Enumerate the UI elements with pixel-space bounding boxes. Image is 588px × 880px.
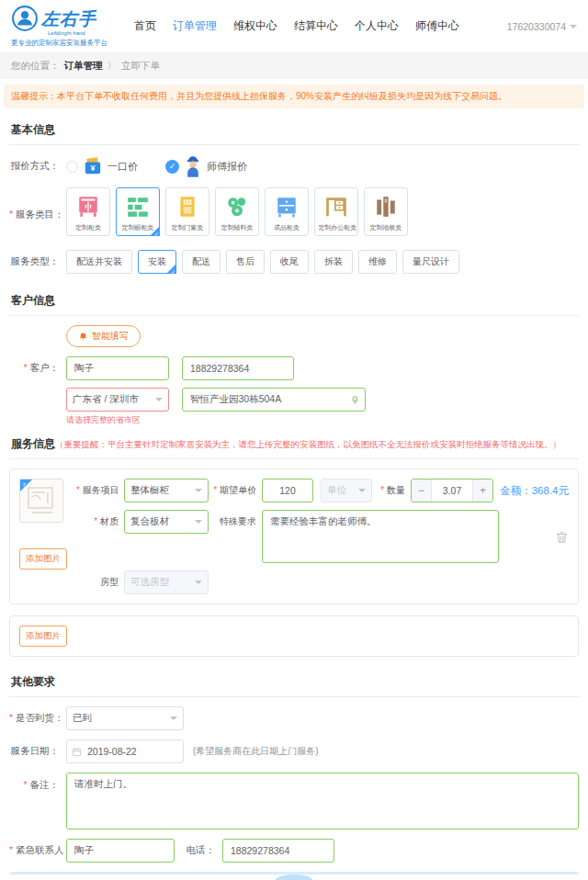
remark-row: 备注： 请准时上门。 — [9, 773, 579, 829]
service-date-hint: (希望服务商在此日期上门服务) — [193, 745, 319, 758]
type-after-sale[interactable]: 售后 — [226, 250, 265, 274]
region-value: 广东省 / 深圳市 — [73, 393, 139, 406]
category-custom-flooring[interactable]: 定制地板类 — [364, 187, 408, 236]
footer-wave-decoration — [276, 874, 312, 880]
service-type-row: 服务类型： 配送并安装 安装✓ 配送 售后 收尾 拆装 维修 量尺设计 — [9, 250, 579, 274]
type-measure-design[interactable]: 量尺设计 — [402, 250, 459, 274]
chevron-down-icon — [155, 398, 163, 401]
special-request-textarea[interactable]: 需要经验丰富的老师傅。 — [262, 510, 499, 563]
amount-label: 金额： — [500, 485, 532, 496]
material-select[interactable]: 复合板材 — [124, 510, 209, 534]
category-custom-cabinet[interactable]: 定制柜类 — [66, 187, 110, 236]
emergency-contact-input[interactable] — [66, 839, 175, 863]
arrived-select[interactable]: 已到 — [66, 706, 184, 730]
service-item-grid: 7 添加图片 服务项目 整体橱柜 期望单价 单位 — [19, 479, 569, 594]
customer-name-input[interactable] — [66, 356, 169, 380]
contact-phone-input[interactable] — [222, 839, 334, 863]
option-fixed-price[interactable]: ¥ 一口价 — [66, 157, 138, 175]
chevron-down-icon — [195, 581, 202, 584]
logo[interactable]: 左右手 Left&right hand 更专业的定制家居安装服务平台 — [11, 5, 121, 48]
price-input[interactable] — [262, 479, 313, 502]
radio-unchecked-icon[interactable] — [66, 161, 78, 173]
category-finished-cabinet[interactable]: 成品柜类 — [265, 187, 309, 236]
nav-rights-center[interactable]: 维权中心 — [233, 18, 277, 34]
quantity-minus-button[interactable]: − — [412, 479, 432, 502]
type-disassembly[interactable]: 拆装 — [314, 250, 353, 274]
category-label: 定制地板类 — [368, 223, 404, 231]
quote-method-label: 报价方式： — [9, 160, 66, 173]
arrived-row: 是否到货： 已到 — [9, 706, 579, 730]
delete-item-button[interactable] — [555, 530, 569, 547]
smart-autofill-button[interactable]: 智能填写 — [66, 325, 141, 347]
category-custom-door-window[interactable]: 定制门窗类 — [165, 187, 209, 236]
nav-home[interactable]: 首页 — [134, 18, 156, 34]
date-input-wrap — [66, 739, 184, 763]
type-install[interactable]: 安装✓ — [138, 250, 176, 274]
add-image-button[interactable]: 添加图片 — [19, 548, 67, 570]
nav-personal-center[interactable]: 个人中心 — [355, 18, 399, 34]
region-hint: 请选择完整的省市区 — [66, 414, 169, 426]
type-install-label: 安装 — [148, 256, 166, 266]
chevron-down-icon — [195, 489, 202, 492]
logo-tagline: 更专业的定制家居安装服务平台 — [11, 39, 121, 48]
chevron-down-icon — [358, 489, 366, 492]
project-value: 整体橱柜 — [130, 484, 169, 497]
drawing-thumbnail[interactable]: 7 — [19, 479, 63, 523]
service-item-row-3: 房型 可选房型 — [76, 570, 569, 594]
nav-settlement-center[interactable]: 结算中心 — [294, 18, 338, 34]
add-image-button-2[interactable]: 添加图片 — [19, 626, 67, 647]
chevron-down-icon — [195, 520, 202, 524]
type-repair[interactable]: 维修 — [358, 250, 397, 274]
quantity-label: 数量 — [372, 479, 411, 502]
selected-check-icon: ✓ — [171, 268, 175, 275]
breadcrumb-order-management[interactable]: 订单管理 — [64, 60, 103, 73]
logo-mascot-icon — [11, 5, 39, 32]
category-custom-accessories[interactable]: 定制辅料类 — [215, 187, 259, 236]
type-delivery[interactable]: 配送 — [182, 250, 220, 274]
nav-master-center[interactable]: 师傅中心 — [415, 18, 459, 34]
main-nav: 首页 订单管理 维权中心 结算中心 个人中心 师傅中心 — [134, 18, 507, 34]
breadcrumb: 您的位置： 订单管理 〉 立即下单 — [0, 53, 588, 79]
worker-icon — [184, 154, 202, 178]
address-input[interactable] — [182, 388, 366, 412]
fixed-price-label: 一口价 — [107, 160, 138, 174]
room-type-label: 房型 — [76, 570, 124, 594]
project-select[interactable]: 整体橱柜 — [124, 479, 209, 502]
calendar-icon — [72, 747, 82, 757]
selected-check-icon: ✓ — [154, 231, 159, 237]
category-label: 定制门窗类 — [170, 223, 206, 231]
arrived-value: 已到 — [73, 712, 92, 725]
service-type-label: 服务类型： — [9, 255, 66, 268]
nav-order-management[interactable]: 订单管理 — [173, 18, 217, 34]
custom-kitchen-cabinet-icon — [119, 193, 157, 220]
service-info-notice: （重要提醒：平台主要针对定制家居安装为主，请您上传完整的安装图纸，以免图纸不全无… — [55, 439, 561, 449]
project-label: 服务项目 — [76, 479, 124, 502]
option-master-quote[interactable]: ✓ 师傅报价 — [165, 154, 247, 178]
unit-select[interactable]: 单位 — [321, 479, 372, 502]
category-custom-kitchen-cabinet[interactable]: 定制橱柜类 ✓ — [116, 187, 160, 236]
customer-label: 客户： — [9, 362, 66, 375]
logo-subtitle: Left&right hand — [48, 30, 121, 36]
quantity-input[interactable] — [432, 479, 472, 502]
emergency-contact-label: 紧急联系人 — [9, 844, 66, 857]
service-item-row-1: 服务项目 整体橱柜 期望单价 单位 数量 − — [76, 479, 569, 502]
service-date-input[interactable] — [66, 739, 184, 763]
service-item-row-2: 材质 复合板材 特殊要求 需要经验丰富的老师傅。 — [76, 510, 569, 563]
custom-office-cabinet-icon — [317, 193, 356, 220]
remark-textarea[interactable]: 请准时上门。 — [66, 773, 579, 829]
yuan-price-icon: ¥ — [83, 157, 103, 175]
customer-phone-input[interactable] — [182, 356, 294, 380]
category-custom-office-cabinet[interactable]: 定制办公柜类 — [314, 187, 358, 236]
room-type-select[interactable]: 可选房型 — [124, 570, 209, 594]
material-value: 复合板材 — [130, 515, 169, 528]
category-label: 定制柜类 — [71, 223, 107, 231]
region-select-wrap: 广东省 / 深圳市 请选择完整的省市区 — [66, 388, 169, 426]
quantity-plus-button[interactable]: + — [472, 479, 492, 502]
type-finishing[interactable]: 收尾 — [270, 250, 309, 274]
logo-title: 左右手 — [41, 10, 96, 28]
account-phone-dropdown[interactable]: 17620330074 — [507, 21, 577, 32]
radio-checked-icon[interactable]: ✓ — [165, 160, 179, 174]
service-category-label: 服务类目： — [9, 187, 66, 241]
region-select[interactable]: 广东省 / 深圳市 — [66, 388, 169, 412]
type-deliver-install[interactable]: 配送并安装 — [66, 250, 132, 274]
